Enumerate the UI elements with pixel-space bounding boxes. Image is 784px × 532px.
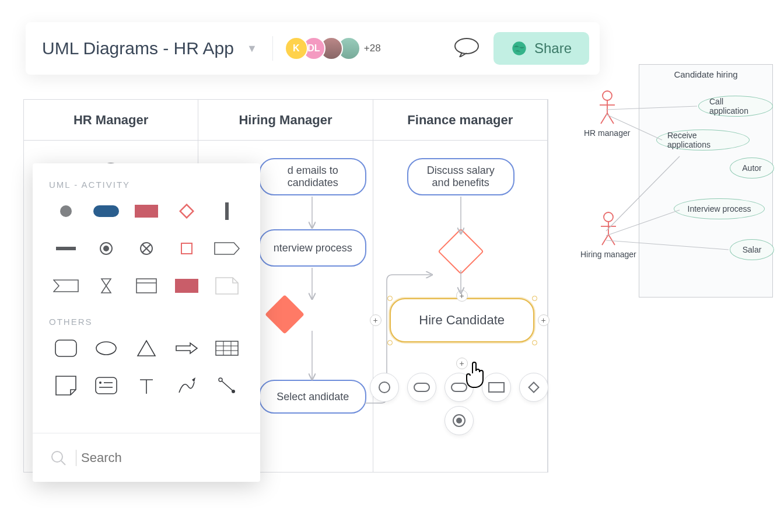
svg-point-50 xyxy=(604,212,613,222)
palette-grid-others xyxy=(49,340,244,394)
shape-ellipse[interactable] xyxy=(93,340,120,357)
pointer-hand-icon xyxy=(464,359,488,391)
comment-icon[interactable] xyxy=(454,37,480,60)
node-plus-right[interactable]: + xyxy=(538,314,550,326)
usecase-bubble[interactable]: Receive applications xyxy=(656,130,750,150)
svg-point-30 xyxy=(96,342,116,355)
share-button[interactable]: Share xyxy=(494,32,589,65)
activity-node-discuss[interactable]: Discuss salary and benefits xyxy=(407,158,514,195)
svg-point-21 xyxy=(103,246,109,251)
search-cursor xyxy=(76,450,76,466)
share-label: Share xyxy=(534,40,572,57)
usecase-bubble[interactable]: Salar xyxy=(730,239,774,260)
actor-hiring[interactable]: Hiring manager xyxy=(580,211,636,259)
activity-node-hire[interactable]: Hire Candidate xyxy=(390,298,534,342)
shape-rounded-rect[interactable] xyxy=(52,340,79,357)
shape-sticky[interactable] xyxy=(52,377,79,394)
selection-handle[interactable] xyxy=(387,296,393,301)
svg-point-0 xyxy=(455,38,478,54)
svg-rect-36 xyxy=(96,377,117,394)
svg-rect-19 xyxy=(56,247,76,250)
qshape-target[interactable] xyxy=(444,406,474,435)
decision-node-hollow[interactable] xyxy=(438,228,484,274)
collaborator-avatars[interactable]: K DL +28 xyxy=(290,37,381,60)
svg-rect-28 xyxy=(175,279,198,293)
svg-rect-16 xyxy=(135,205,158,218)
svg-rect-29 xyxy=(55,340,76,356)
shape-time-event[interactable] xyxy=(93,277,120,295)
svg-point-1 xyxy=(512,41,526,55)
shape-arrow[interactable] xyxy=(173,340,200,357)
search-input[interactable] xyxy=(81,450,198,466)
page-title[interactable]: UML Diagrams - HR App xyxy=(42,38,234,58)
palette-search[interactable] xyxy=(33,433,260,482)
shape-note[interactable] xyxy=(214,277,240,295)
shape-text[interactable] xyxy=(133,377,160,394)
svg-rect-15 xyxy=(93,205,119,217)
usecase-bubble[interactable]: Autor xyxy=(730,158,774,178)
shape-decision[interactable] xyxy=(173,202,200,220)
separator xyxy=(272,36,273,61)
svg-line-44 xyxy=(61,461,65,465)
shape-card[interactable] xyxy=(93,377,120,394)
shape-action-filled[interactable] xyxy=(173,277,200,295)
usecase-bubble[interactable]: Interview process xyxy=(674,198,765,219)
shape-action[interactable] xyxy=(133,202,160,220)
avatar-overflow-count[interactable]: +28 xyxy=(364,43,381,54)
usecase-title: Candidate hiring xyxy=(639,65,772,79)
title-dropdown-icon[interactable]: ▼ xyxy=(247,43,257,55)
activity-node-interview[interactable]: nterview process xyxy=(259,229,366,267)
shape-triangle[interactable] xyxy=(133,340,160,357)
actor-hr[interactable]: HR manager xyxy=(584,90,630,138)
shape-freehand[interactable] xyxy=(173,377,200,394)
decision-node[interactable] xyxy=(265,295,304,334)
svg-line-54 xyxy=(608,235,615,245)
quick-shape-toolbar xyxy=(370,373,548,402)
selection-handle[interactable] xyxy=(532,296,537,301)
swimlane-header: HR Manager xyxy=(24,100,198,141)
globe-icon xyxy=(511,40,527,57)
activity-node-emails[interactable]: d emails to candidates xyxy=(259,158,366,195)
shape-signal-receive[interactable] xyxy=(52,277,79,295)
activity-node-select[interactable]: Select andidate xyxy=(259,380,366,414)
palette-grid-uml xyxy=(49,202,244,295)
search-icon xyxy=(50,450,66,466)
node-plus-top[interactable]: + xyxy=(456,290,468,302)
shape-activity[interactable] xyxy=(93,202,120,220)
shape-fork[interactable] xyxy=(214,202,240,220)
usecase-bubble[interactable]: Call application xyxy=(698,96,773,117)
avatar[interactable]: K xyxy=(285,37,308,60)
qshape-rounded[interactable] xyxy=(407,373,436,402)
shape-final-node[interactable] xyxy=(93,240,120,257)
svg-point-43 xyxy=(52,452,62,462)
svg-line-53 xyxy=(602,235,608,245)
svg-point-45 xyxy=(603,91,612,100)
svg-point-37 xyxy=(99,382,102,384)
shape-connector[interactable] xyxy=(214,377,240,394)
svg-rect-10 xyxy=(489,383,504,392)
palette-section-uml: UML - ACTIVITY xyxy=(49,180,244,190)
shape-object[interactable] xyxy=(173,240,200,257)
svg-line-48 xyxy=(601,113,607,124)
swimlane-header: Hiring Manager xyxy=(198,100,372,141)
shape-signal-send[interactable] xyxy=(214,240,240,257)
svg-rect-26 xyxy=(136,279,156,293)
svg-rect-17 xyxy=(180,205,193,218)
qshape-circle[interactable] xyxy=(370,373,399,402)
selection-handle[interactable] xyxy=(532,340,537,345)
svg-point-14 xyxy=(60,205,72,217)
swimlane-header: Finance manager xyxy=(373,100,547,141)
actor-label: Hiring manager xyxy=(580,250,636,259)
selection-handle[interactable] xyxy=(387,340,393,345)
palette-section-others: OTHERS xyxy=(49,317,244,327)
svg-rect-8 xyxy=(414,383,429,391)
shape-palette: UML - ACTIVITY OTHERS xyxy=(33,163,260,482)
svg-rect-25 xyxy=(181,243,192,254)
shape-flow-final[interactable] xyxy=(133,240,160,257)
shape-join[interactable] xyxy=(52,240,79,257)
shape-initial-node[interactable] xyxy=(52,202,79,220)
shape-partition[interactable] xyxy=(133,277,160,295)
shape-table[interactable] xyxy=(214,340,240,357)
node-plus-left[interactable]: + xyxy=(370,314,382,326)
qshape-diamond[interactable] xyxy=(519,373,548,402)
